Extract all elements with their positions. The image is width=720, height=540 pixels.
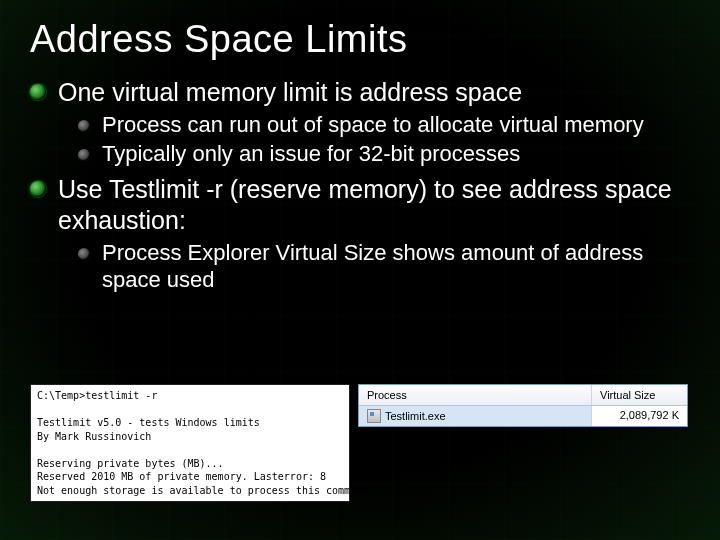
exe-icon xyxy=(367,409,381,423)
bullet-list: One virtual memory limit is address spac… xyxy=(30,77,690,294)
console-output: C:\Temp>testlimit -r Testlimit v5.0 - te… xyxy=(30,384,350,502)
bullet-item: One virtual memory limit is address spac… xyxy=(30,77,690,168)
sub-bullet-item: Typically only an issue for 32-bit proce… xyxy=(78,141,690,168)
sub-bullet-list: Process Explorer Virtual Size shows amou… xyxy=(78,240,690,294)
process-explorer-window: Process Virtual Size Testlimit.exe 2,089… xyxy=(358,384,688,427)
column-header-virtual-size: Virtual Size xyxy=(592,385,687,405)
cell-virtual-size: 2,089,792 K xyxy=(592,406,687,426)
cell-process: Testlimit.exe xyxy=(359,406,592,426)
sub-bullet-item: Process can run out of space to allocate… xyxy=(78,112,690,139)
screenshot-region: C:\Temp>testlimit -r Testlimit v5.0 - te… xyxy=(30,384,688,502)
table-header: Process Virtual Size xyxy=(359,385,687,406)
slide: Address Space Limits One virtual memory … xyxy=(0,0,720,540)
slide-title: Address Space Limits xyxy=(30,18,690,61)
sub-bullet-list: Process can run out of space to allocate… xyxy=(78,112,690,168)
column-header-process: Process xyxy=(359,385,592,405)
sub-bullet-item: Process Explorer Virtual Size shows amou… xyxy=(78,240,690,294)
bullet-item: Use Testlimit -r (reserve memory) to see… xyxy=(30,174,690,294)
process-name: Testlimit.exe xyxy=(385,410,446,422)
bullet-text: Use Testlimit -r (reserve memory) to see… xyxy=(58,175,672,234)
bullet-text: One virtual memory limit is address spac… xyxy=(58,78,522,106)
table-row: Testlimit.exe 2,089,792 K xyxy=(359,406,687,426)
